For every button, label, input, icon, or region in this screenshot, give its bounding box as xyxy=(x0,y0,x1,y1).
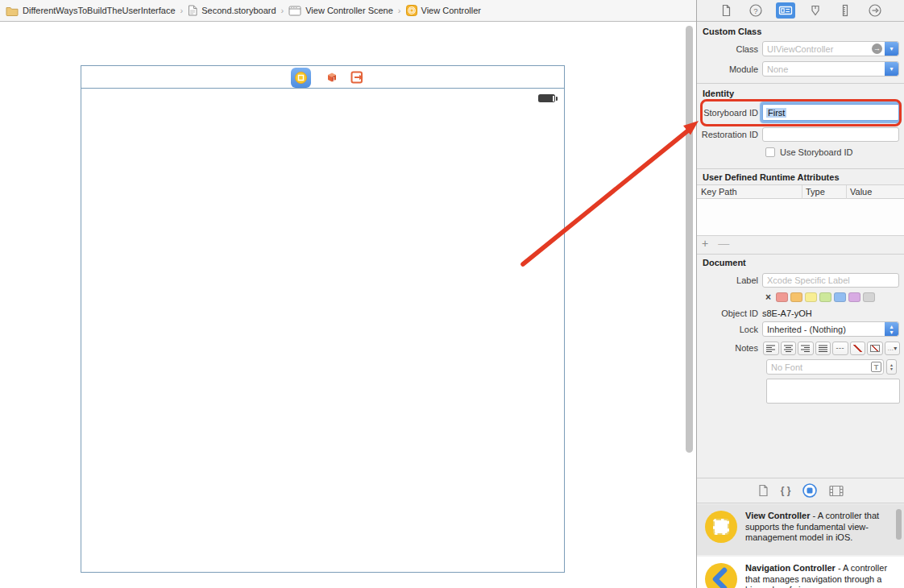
align-center-icon[interactable] xyxy=(781,342,797,355)
identity-inspector-panel: Custom Class Class UIViewController → ▾ … xyxy=(697,22,904,588)
section-divider xyxy=(697,83,904,84)
scene-dock: 1 xyxy=(81,65,565,89)
color-swatch-green[interactable] xyxy=(819,292,831,302)
storyboard-file-icon xyxy=(188,5,197,16)
color-swatch-gray[interactable] xyxy=(863,292,875,302)
breadcrumb-storyboard-file[interactable]: Second.storyboard xyxy=(188,5,276,16)
section-divider xyxy=(697,254,904,255)
library-item-view-controller[interactable]: View Controller - A controller that supp… xyxy=(697,504,904,555)
justify-icon[interactable] xyxy=(815,342,831,355)
module-label: Module xyxy=(697,64,758,74)
lock-row: Lock Inherited - (Nothing) ▴▾ xyxy=(697,321,904,337)
module-dropdown-button[interactable]: ▾ xyxy=(885,62,898,76)
svg-text:?: ? xyxy=(753,6,757,15)
column-key-path[interactable]: Key Path xyxy=(697,187,802,197)
breadcrumb-separator: › xyxy=(180,6,184,15)
scene-icon xyxy=(288,6,301,16)
column-value[interactable]: Value xyxy=(846,187,872,197)
class-label: Class xyxy=(697,44,758,54)
code-snippet-library-icon[interactable]: { } xyxy=(781,485,791,496)
storyboard-id-label: Storyboard ID xyxy=(697,108,758,118)
restoration-id-label: Restoration ID xyxy=(697,130,758,139)
column-type[interactable]: Type xyxy=(802,187,846,197)
svg-text:1: 1 xyxy=(333,77,335,81)
custom-class-header: Custom Class xyxy=(703,27,761,36)
remove-attribute-button[interactable]: — xyxy=(718,238,729,249)
class-dropdown-button[interactable]: ▾ xyxy=(885,42,898,56)
restoration-id-input[interactable] xyxy=(762,127,899,142)
media-library-icon[interactable] xyxy=(829,485,844,497)
module-combo[interactable]: None ▾ xyxy=(762,61,899,77)
breadcrumb-view-controller[interactable]: View Controller xyxy=(406,5,481,16)
document-label-input[interactable] xyxy=(762,273,899,288)
clear-color-button[interactable]: × xyxy=(765,292,771,302)
column-separator xyxy=(802,185,802,199)
align-right-icon[interactable] xyxy=(798,342,814,355)
notes-textarea[interactable] xyxy=(766,379,900,404)
library-item-text: View Controller - A controller that supp… xyxy=(745,511,895,555)
quick-help-inspector-icon[interactable]: ? xyxy=(746,2,765,19)
lock-label: Lock xyxy=(697,325,758,334)
library-scrollbar[interactable] xyxy=(896,509,902,540)
document-label-row: Label xyxy=(697,273,904,288)
lock-popup[interactable]: Inherited - (Nothing) ▴▾ xyxy=(762,321,899,337)
attributes-inspector-icon[interactable] xyxy=(806,2,825,19)
class-row: Class UIViewController → ▾ xyxy=(697,41,904,56)
add-attribute-button[interactable]: + xyxy=(702,238,708,249)
notes-label: Notes xyxy=(697,343,758,353)
file-inspector-icon[interactable] xyxy=(716,2,736,19)
font-panel-icon[interactable]: T xyxy=(871,362,881,372)
color-swatch-row: × xyxy=(697,292,904,302)
file-template-library-icon[interactable] xyxy=(757,484,769,497)
use-storyboard-id-row: Use Storyboard ID xyxy=(697,147,904,158)
class-jump-arrow-icon[interactable]: → xyxy=(872,43,882,54)
breadcrumb-separator: › xyxy=(398,6,401,15)
lock-stepper-button[interactable]: ▴▾ xyxy=(885,322,898,336)
font-placeholder: No Font xyxy=(767,362,871,372)
view-controller-scene: 1 xyxy=(81,65,565,573)
storyboard-canvas[interactable]: 1 xyxy=(0,22,696,588)
color-swatch-red[interactable] xyxy=(776,292,788,302)
connections-inspector-icon[interactable] xyxy=(865,2,885,19)
no-border-icon[interactable] xyxy=(867,342,883,355)
inspector-tab-bar: ? xyxy=(697,0,904,22)
view-controller-library-icon xyxy=(705,511,737,543)
more-options-button[interactable]: …▾ xyxy=(885,342,901,355)
storyboard-id-value: First xyxy=(766,108,786,118)
runtime-attributes-table[interactable]: Key Path Type Value xyxy=(697,184,904,236)
dock-first-responder-icon[interactable]: 1 xyxy=(325,70,339,85)
font-field[interactable]: No Font T xyxy=(766,359,884,375)
class-value: UIViewController xyxy=(763,44,872,54)
font-stepper[interactable]: ▴▾ xyxy=(886,359,897,375)
storyboard-id-input[interactable]: First xyxy=(762,104,899,121)
class-combo[interactable]: UIViewController → ▾ xyxy=(762,41,899,56)
udra-add-remove: + — xyxy=(702,238,729,249)
editor-scrollbar[interactable] xyxy=(686,26,693,453)
restoration-id-row: Restoration ID xyxy=(697,127,904,142)
dock-exit-icon[interactable] xyxy=(350,71,364,84)
battery-icon xyxy=(538,94,555,102)
color-swatch-yellow[interactable] xyxy=(805,292,817,302)
color-swatch-blue[interactable] xyxy=(834,292,846,302)
identity-inspector-icon[interactable] xyxy=(776,2,795,19)
jump-bar: DifferentWaysToBuildTheUserInterface › S… xyxy=(0,0,696,22)
library-item-navigation-controller[interactable]: Navigation Controller - A controller tha… xyxy=(697,557,904,588)
dock-view-controller-icon[interactable] xyxy=(291,68,311,88)
breadcrumb-scene[interactable]: View Controller Scene xyxy=(288,6,393,16)
dashes-button[interactable]: --- xyxy=(832,342,848,355)
folder-icon xyxy=(6,6,19,16)
identity-header: Identity xyxy=(703,89,734,98)
object-id-value: s8E-A7-yOH xyxy=(762,308,812,318)
object-library-icon[interactable] xyxy=(802,482,818,499)
use-storyboard-id-checkbox[interactable] xyxy=(765,147,775,157)
view-controller-view[interactable] xyxy=(81,89,565,573)
size-inspector-icon[interactable] xyxy=(836,2,855,19)
no-fill-icon[interactable] xyxy=(850,342,866,355)
align-left-icon[interactable] xyxy=(763,342,779,355)
notes-toolbar-row: Notes --- …▾ xyxy=(697,341,904,355)
color-swatch-orange[interactable] xyxy=(790,292,802,302)
column-separator xyxy=(846,185,847,199)
color-swatch-purple[interactable] xyxy=(848,292,860,302)
breadcrumb-project[interactable]: DifferentWaysToBuildTheUserInterface xyxy=(6,6,176,16)
navigation-controller-library-icon xyxy=(705,563,737,588)
